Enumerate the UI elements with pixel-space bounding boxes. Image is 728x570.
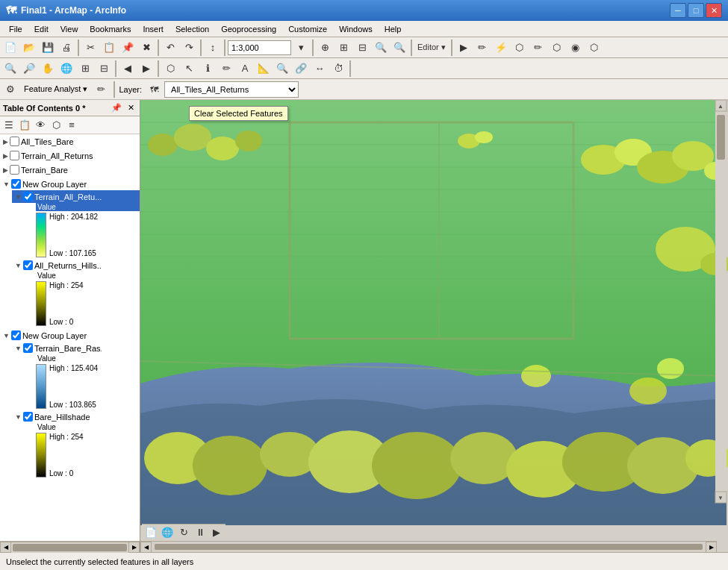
edit-tool[interactable]: ✏ <box>217 60 235 78</box>
extent-btn[interactable]: ⊞ <box>76 60 94 78</box>
toc-pin-button[interactable]: 📌 <box>109 102 124 113</box>
menu-item-file[interactable]: File <box>3 23 28 35</box>
toc-group-layer-2[interactable]: ▼ New Group Layer ▼ Terrain_Bare_Ras... … <box>0 328 140 480</box>
scroll-right[interactable]: ▶ <box>128 542 140 553</box>
globe-tool[interactable]: 🌐 <box>57 60 75 78</box>
time-tool[interactable]: ⏱ <box>329 60 347 78</box>
editor-btn4[interactable]: ⬡ <box>511 39 529 57</box>
toc-display-view[interactable]: 👁 <box>33 118 48 133</box>
toc-sublayer-terrain-all-retu[interactable]: ▼ Terrain_All_Retu... Value High : 204.1… <box>0 190 140 259</box>
layer-checkbox[interactable] <box>10 151 19 160</box>
editor-btn8[interactable]: ⬡ <box>585 39 603 57</box>
menu-item-selection[interactable]: Selection <box>169 23 215 35</box>
toc-layer-terrain-bare[interactable]: ▶ Terrain_Bare <box>0 163 140 177</box>
toc-sublayer-terrain-bare-ras[interactable]: ▼ Terrain_Bare_Ras... Value High : 125.4… <box>0 342 140 410</box>
cut-button[interactable]: ✂ <box>81 39 99 57</box>
layer-checkbox[interactable] <box>23 412 33 422</box>
map-more-btn[interactable]: ▶ <box>209 526 224 539</box>
map-area[interactable]: Clear Selected Features <box>140 100 728 552</box>
zoom-in[interactable]: 🔍 <box>372 39 390 57</box>
delete-button[interactable]: ✖ <box>137 39 155 57</box>
editor-btn7[interactable]: ◉ <box>567 39 585 57</box>
zoom-selected[interactable]: ⊞ <box>335 39 352 57</box>
menu-item-view[interactable]: View <box>55 23 84 35</box>
select-tool[interactable]: ⬡ <box>161 60 179 78</box>
arrow-tool[interactable]: ↖ <box>180 60 198 78</box>
scroll-left-btn[interactable]: ◀ <box>140 542 152 553</box>
paste-button[interactable]: 📌 <box>119 39 137 57</box>
info-tool[interactable]: ℹ <box>199 60 217 78</box>
find-tool[interactable]: 🔍 <box>273 60 291 78</box>
menu-item-customize[interactable]: Customize <box>282 23 333 35</box>
toc-group-layer-1[interactable]: ▼ New Group Layer ▼ Terrain_All_Retu... … <box>0 177 140 328</box>
toc-layer-all-tiles-bare[interactable]: ▶ All_Tiles_Bare <box>0 134 140 148</box>
measure-tool[interactable]: 📐 <box>255 60 273 78</box>
zoom-in-tool[interactable]: 🔍 <box>1 60 19 78</box>
menu-item-help[interactable]: Help <box>379 23 408 35</box>
expand-icon[interactable]: ▶ <box>3 138 8 145</box>
expand-icon[interactable]: ▼ <box>3 181 10 188</box>
editor-btn1[interactable]: ▶ <box>455 39 473 57</box>
expand-icon[interactable]: ▼ <box>15 345 22 352</box>
toc-list-view[interactable]: ☰ <box>1 118 16 133</box>
editor-label[interactable]: Editor ▾ <box>414 43 449 52</box>
print-button[interactable]: 🖨 <box>57 39 75 57</box>
expand-icon[interactable]: ▼ <box>15 262 22 269</box>
toc-layer-terrain-all-returns[interactable]: ▶ Terrain_All_Returns <box>0 148 140 163</box>
layer-checkbox[interactable] <box>11 331 21 340</box>
expand-icon[interactable]: ▼ <box>15 193 22 201</box>
menu-item-windows[interactable]: Windows <box>333 23 379 35</box>
open-button[interactable]: 📂 <box>20 39 38 57</box>
editor-btn5[interactable]: ✏ <box>529 39 547 57</box>
swipe-tool[interactable]: ↔ <box>311 60 329 78</box>
expand-icon[interactable]: ▶ <box>3 166 8 174</box>
undo-button[interactable]: ↶ <box>161 39 179 57</box>
hyperlink-tool[interactable]: 🔗 <box>292 60 310 78</box>
new-button[interactable]: 📄 <box>1 39 19 57</box>
editor-btn2[interactable]: ✏ <box>473 39 491 57</box>
toc-selection-view[interactable]: ⬡ <box>49 118 63 133</box>
menu-item-bookmarks[interactable]: Bookmarks <box>84 23 137 35</box>
feature-analyst-tool[interactable]: ✏ <box>93 81 111 98</box>
menu-item-insert[interactable]: Insert <box>137 23 169 35</box>
pan-tool[interactable]: ✋ <box>39 60 57 78</box>
save-button[interactable]: 💾 <box>39 39 57 57</box>
toc-options[interactable]: ≡ <box>64 118 79 133</box>
toc-sublayer-bare-hillshade[interactable]: ▼ Bare_Hillshade Value High : 254 Low : … <box>0 410 140 479</box>
feature-analyst-icon[interactable]: ⚙ <box>1 81 19 98</box>
expand-icon[interactable]: ▼ <box>3 332 10 339</box>
editor-btn3[interactable]: ⚡ <box>492 39 510 57</box>
extent-btn2[interactable]: ⊟ <box>95 60 113 78</box>
menu-item-geoprocessing[interactable]: Geoprocessing <box>215 23 282 35</box>
zoom-out[interactable]: 🔍 <box>391 39 408 57</box>
zoom-out-tool[interactable]: 🔎 <box>20 60 38 78</box>
toc-close-button[interactable]: ✕ <box>125 102 137 113</box>
map-refresh-btn[interactable]: ↻ <box>176 526 191 539</box>
editor-btn6[interactable]: ⬡ <box>548 39 566 57</box>
expand-icon[interactable]: ▶ <box>3 152 8 160</box>
map-pause-btn[interactable]: ⏸ <box>193 526 208 539</box>
scroll-left[interactable]: ◀ <box>0 542 11 553</box>
maximize-button[interactable]: □ <box>688 3 704 18</box>
layer-checkbox[interactable] <box>10 137 19 146</box>
redo-button[interactable]: ↷ <box>180 39 198 57</box>
map-canvas[interactable]: ▲ ▼ <box>140 100 728 552</box>
minimize-button[interactable]: ─ <box>670 3 686 18</box>
map-globe-btn[interactable]: 🌐 <box>160 526 175 539</box>
close-button[interactable]: ✕ <box>706 3 722 18</box>
feature-analyst-label[interactable]: Feature Analyst ▾ <box>21 84 91 94</box>
zoom-layer[interactable]: ⊟ <box>353 39 371 57</box>
expand-icon[interactable]: ▼ <box>15 413 22 421</box>
map-scrollbar-horizontal[interactable]: ◀ ▶ <box>140 541 717 552</box>
label-tool[interactable]: A <box>236 60 254 78</box>
layer-select[interactable]: All_Tiles_All_Returns <box>164 81 299 98</box>
layer-checkbox[interactable] <box>23 192 33 201</box>
forward-btn[interactable]: ▶ <box>137 60 155 78</box>
layer-checkbox[interactable] <box>23 260 33 270</box>
toc-source-view[interactable]: 📋 <box>17 118 32 133</box>
map-nav-btn[interactable]: 📄 <box>143 526 158 539</box>
zoom-full[interactable]: ⊕ <box>316 39 334 57</box>
scroll-right-btn[interactable]: ▶ <box>706 542 717 553</box>
navigate-button[interactable]: ↕ <box>204 39 222 57</box>
scale-input[interactable] <box>228 40 291 55</box>
